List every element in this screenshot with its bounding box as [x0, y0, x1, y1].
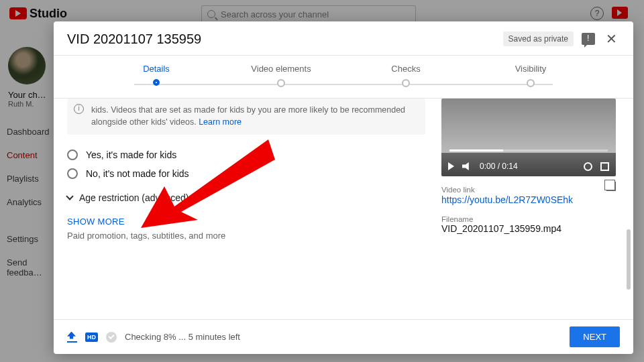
age-restriction-toggle[interactable]: Age restriction (advanced) — [67, 192, 425, 203]
stepper-line — [134, 84, 553, 85]
save-status-chip: Saved as private — [503, 32, 574, 46]
dialog-header: VID 20201107 135959 Saved as private ✕ — [54, 21, 633, 55]
show-more-button[interactable]: SHOW MORE — [67, 217, 425, 227]
volume-icon[interactable] — [462, 162, 472, 170]
player-time: 0:00 / 0:14 — [480, 162, 518, 171]
upload-arrow-icon — [67, 332, 76, 341]
step-details[interactable]: Details — [94, 64, 219, 86]
hd-badge: HD — [85, 333, 98, 342]
step-dot-icon — [527, 79, 535, 87]
close-icon[interactable]: ✕ — [603, 31, 620, 47]
fullscreen-icon[interactable] — [600, 162, 609, 171]
radio-yes-label: Yes, it's made for kids — [86, 149, 176, 160]
copy-icon[interactable] — [606, 182, 616, 191]
step-dot-icon — [402, 79, 410, 87]
player-controls: 0:00 / 0:14 — [448, 162, 609, 171]
upload-status-icon — [67, 332, 77, 343]
radio-made-for-kids-yes[interactable]: Yes, it's made for kids — [67, 145, 425, 164]
radio-icon — [67, 168, 78, 179]
scrollbar-thumb[interactable] — [627, 229, 631, 290]
progress-bar[interactable] — [449, 149, 608, 152]
check-circle-icon — [106, 332, 117, 343]
preview-panel: 0:00 / 0:14 Video link https://youtu.be/… — [441, 99, 616, 319]
step-details-label: Details — [143, 64, 170, 74]
dialog-footer: HD Checking 8% ... 5 minutes left NEXT — [54, 319, 633, 354]
dialog-title: VID 20201107 135959 — [67, 32, 495, 47]
step-elements-label: Video elements — [251, 64, 311, 74]
dialog-body: i kids. Videos that are set as made for … — [54, 99, 633, 319]
feedback-icon[interactable] — [582, 33, 595, 45]
chevron-down-icon — [66, 193, 73, 200]
processing-status: Checking 8% ... 5 minutes left — [125, 332, 240, 342]
step-checks-label: Checks — [391, 64, 420, 74]
audience-info-box: i kids. Videos that are set as made for … — [67, 99, 425, 135]
details-form: i kids. Videos that are set as made for … — [67, 99, 425, 319]
play-icon[interactable] — [448, 162, 454, 170]
video-preview[interactable]: 0:00 / 0:14 — [441, 99, 616, 176]
next-button[interactable]: NEXT — [570, 326, 620, 347]
show-more-description: Paid promotion, tags, subtitles, and mor… — [67, 231, 425, 241]
step-dot-icon — [153, 79, 160, 86]
learn-more-link[interactable]: Learn more — [199, 117, 241, 127]
video-link[interactable]: https://youtu.be/L2R7ZW0SEhk — [441, 194, 573, 205]
radio-made-for-kids-no[interactable]: No, it's not made for kids — [67, 164, 425, 183]
age-restriction-label: Age restriction (advanced) — [79, 192, 189, 203]
filename-label: Filename — [441, 215, 616, 223]
settings-gear-icon[interactable] — [584, 162, 592, 171]
audience-info-text: kids. Videos that are set as made for ki… — [91, 105, 405, 127]
info-icon: i — [74, 104, 84, 114]
step-visibility-label: Visibility — [515, 64, 547, 74]
upload-dialog: VID 20201107 135959 Saved as private ✕ D… — [54, 21, 633, 354]
upload-stepper: Details Video elements Checks Visibility — [54, 56, 633, 98]
radio-no-label: No, it's not made for kids — [86, 168, 189, 179]
step-dot-icon — [277, 79, 285, 87]
video-link-label: Video link — [441, 186, 616, 194]
radio-icon — [67, 149, 78, 160]
filename-value: VID_20201107_135959.mp4 — [441, 223, 616, 234]
